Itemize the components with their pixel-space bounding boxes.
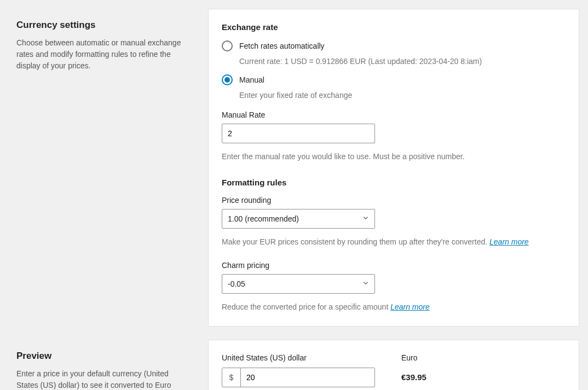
- preview-panel: United States (US) dollar $ Euro €39.95: [208, 340, 579, 390]
- price-rounding-block: Price rounding 1.00 (recommended) Make y…: [222, 196, 566, 248]
- preview-eur-label: Euro: [401, 353, 426, 362]
- formatting-heading: Formatting rules: [222, 178, 566, 187]
- price-rounding-value: 1.00 (recommended): [228, 214, 299, 223]
- charm-pricing-value: -0.05: [228, 280, 245, 288]
- price-rounding-select[interactable]: 1.00 (recommended): [222, 209, 375, 229]
- exchange-rate-radio-group: Fetch rates automatically Current rate: …: [222, 40, 566, 100]
- manual-rate-input[interactable]: [222, 124, 375, 143]
- preview-usd-label: United States (US) dollar: [222, 353, 375, 362]
- radio-auto[interactable]: Fetch rates automatically: [222, 40, 566, 51]
- preview-usd-input-group: $: [222, 368, 375, 387]
- charm-pricing-block: Charm pricing -0.05 Reduce the converted…: [222, 261, 566, 313]
- currency-symbol: $: [222, 368, 241, 387]
- radio-manual-label: Manual: [239, 74, 264, 85]
- preview-usd-input[interactable]: [241, 368, 374, 387]
- preview-title: Preview: [16, 351, 189, 362]
- price-rounding-label: Price rounding: [222, 196, 566, 205]
- charm-pricing-select[interactable]: -0.05: [222, 274, 375, 294]
- manual-rate-block: Manual Rate Enter the manual rate you wo…: [222, 110, 566, 162]
- currency-settings-title: Currency settings: [16, 20, 189, 31]
- currency-settings-sidebar: Currency settings Choose between automat…: [9, 9, 195, 327]
- radio-manual-help: Enter your fixed rate of exchange: [239, 91, 566, 100]
- price-rounding-help: Make your EUR prices consistent by round…: [222, 236, 566, 248]
- currency-settings-description: Choose between automatic or manual excha…: [16, 37, 189, 72]
- price-rounding-learn-more-link[interactable]: Learn more: [489, 237, 529, 246]
- preview-eur-col: Euro €39.95: [401, 353, 426, 387]
- preview-eur-value: €39.95: [401, 368, 426, 387]
- preview-sidebar: Preview Enter a price in your default cu…: [9, 340, 195, 390]
- radio-auto-help: Current rate: 1 USD = 0.912866 EUR (Last…: [239, 57, 566, 66]
- manual-rate-label: Manual Rate: [222, 110, 566, 119]
- preview-section: Preview Enter a price in your default cu…: [9, 340, 579, 390]
- currency-settings-panel: Exchange rate Fetch rates automatically …: [208, 9, 579, 327]
- exchange-rate-heading: Exchange rate: [222, 22, 566, 32]
- currency-settings-section: Currency settings Choose between automat…: [9, 9, 579, 327]
- preview-description: Enter a price in your default currency (…: [16, 368, 189, 390]
- radio-auto-label: Fetch rates automatically: [239, 40, 325, 51]
- charm-pricing-help: Reduce the converted price for a specifi…: [222, 301, 566, 313]
- manual-rate-help: Enter the manual rate you would like to …: [222, 151, 566, 162]
- radio-icon: [222, 74, 233, 85]
- charm-pricing-learn-more-link[interactable]: Learn more: [390, 302, 430, 311]
- charm-pricing-label: Charm pricing: [222, 261, 566, 270]
- preview-usd-col: United States (US) dollar $: [222, 353, 375, 387]
- radio-icon: [222, 40, 233, 51]
- radio-manual[interactable]: Manual: [222, 74, 566, 85]
